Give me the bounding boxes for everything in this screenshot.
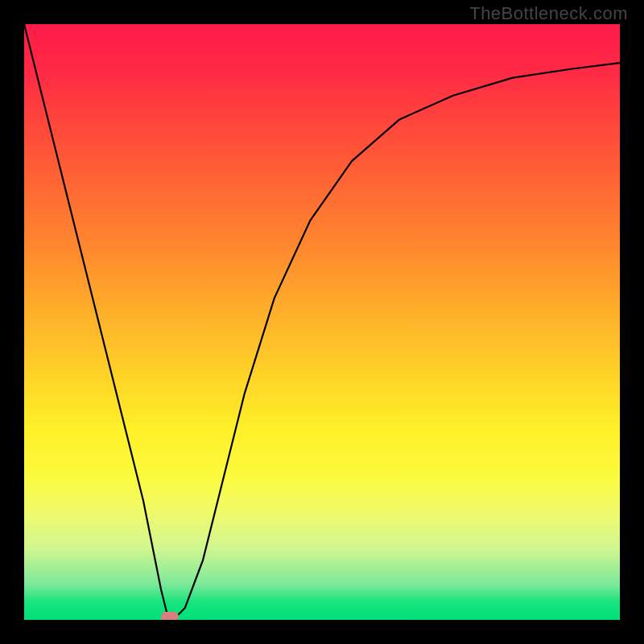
plot-area [24,24,620,620]
optimal-point-marker [161,612,179,620]
watermark-text: TheBottleneck.com [469,3,628,24]
chart-frame: TheBottleneck.com [0,0,644,644]
bottleneck-curve [24,24,620,620]
